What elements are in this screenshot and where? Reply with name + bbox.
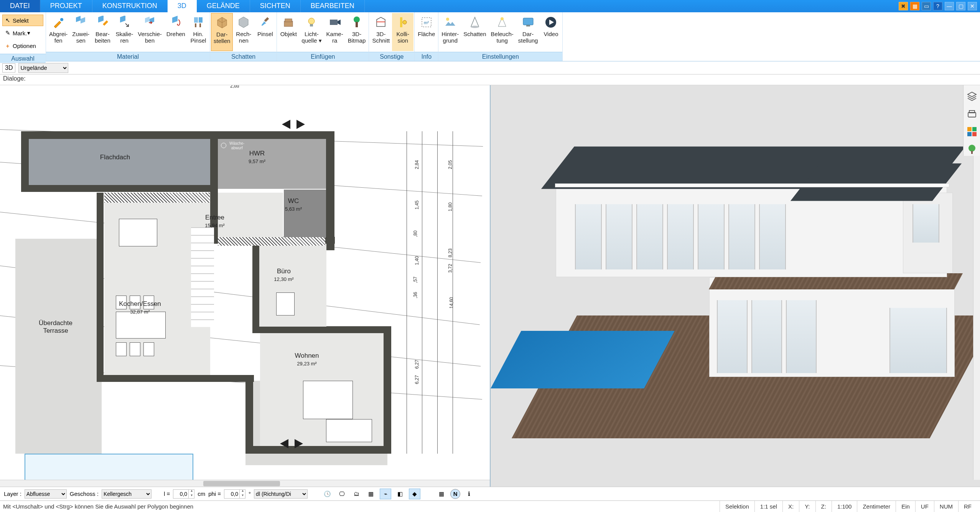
layers-icon[interactable] — [965, 90, 978, 103]
tool-label: Hinter- grund — [441, 31, 459, 44]
dim-label: 2,05 — [448, 160, 453, 169]
layers-toggle-icon[interactable]: ◧ — [394, 489, 406, 499]
menu-bearbeiten[interactable]: BEARBEITEN — [301, 0, 365, 12]
direction-select[interactable]: dl (Richtung/Di — [254, 489, 308, 499]
tree-icon[interactable] — [965, 143, 978, 156]
cursor-icon: ↖ — [4, 17, 11, 24]
tool-icon-2[interactable]: ▦ — [910, 2, 919, 10]
svg-point-16 — [354, 17, 360, 23]
svg-rect-1 — [76, 16, 81, 22]
svg-point-24 — [501, 17, 504, 20]
tool-verschieben[interactable]: Verschie- ben — [135, 13, 164, 51]
svg-rect-5 — [145, 17, 150, 23]
north-icon[interactable]: N — [450, 489, 460, 499]
menu-datei[interactable]: DATEI — [0, 0, 40, 12]
select-button[interactable]: ↖Selekt — [2, 15, 43, 26]
floorplan-viewport[interactable]: FlachdachHWR9,57 m²WC5,63 m²Entree15,94 … — [0, 85, 491, 487]
menu-sichten[interactable]: SICHTEN — [250, 0, 301, 12]
tool-kollision[interactable]: Kolli- sion — [392, 13, 413, 51]
close-icon[interactable]: ✕ — [968, 2, 977, 10]
tool-flaeche[interactable]: m²Fläche — [415, 13, 437, 51]
tool-zuweisen[interactable]: Zuwei- sen — [70, 13, 92, 51]
dim-label: 2,84 — [414, 160, 420, 169]
tool-drehen[interactable]: Drehen — [164, 13, 188, 51]
tool-lichtquelle[interactable]: Licht- quelle ▾ — [299, 13, 324, 51]
tool-icon-3[interactable]: ▭ — [922, 2, 931, 10]
tool-video[interactable]: Video — [540, 13, 562, 51]
dim-label: 14,60 — [449, 297, 454, 309]
tool-label: Fläche — [418, 31, 435, 37]
svg-point-19 — [403, 20, 407, 24]
3d-viewport[interactable] — [491, 85, 980, 487]
furniture-icon[interactable] — [965, 107, 978, 121]
tool-label: Kame- ra — [326, 31, 343, 44]
tool-3dbitmap[interactable]: 3D- Bitmap — [346, 13, 368, 51]
menu-projekt[interactable]: PROJEKT — [40, 0, 92, 12]
geschoss-select[interactable]: Kellergesch — [102, 489, 152, 499]
schatten-icon — [467, 15, 483, 30]
menu-3d[interactable]: 3D — [168, 0, 197, 12]
group-label-einstellungen: Einstellungen — [438, 52, 562, 61]
plan-h-scrollbar[interactable] — [0, 480, 490, 487]
tool-hintergrund[interactable]: Hinter- grund — [439, 13, 461, 51]
tool-bearbeiten[interactable]: Bear- beiten — [92, 13, 113, 51]
svg-point-38 — [968, 145, 975, 152]
status-z: Z: — [815, 501, 832, 512]
grid-icon[interactable]: ▦ — [436, 489, 447, 499]
overlay-icon[interactable]: ▦ — [365, 489, 377, 499]
phi-label: phi = — [208, 491, 221, 497]
color-swatch-icon[interactable] — [965, 125, 978, 138]
svg-rect-2 — [81, 17, 85, 23]
right-panel — [963, 85, 980, 156]
tool-kamera[interactable]: Kame- ra — [324, 13, 346, 51]
help-icon[interactable]: ? — [933, 2, 942, 10]
tool-label: Objekt — [280, 31, 297, 37]
plane-icon[interactable]: ◆ — [409, 489, 420, 499]
tool-skalieren[interactable]: Skalie- ren — [113, 13, 135, 51]
tool-hinpinsel[interactable]: Hin. Pinsel — [188, 13, 209, 51]
snap-icon[interactable]: ⌁ — [380, 489, 391, 499]
tool-beleuchtung[interactable]: Beleuch- tung — [489, 13, 516, 51]
status-unit: Zentimeter — [857, 501, 896, 512]
maximize-icon[interactable]: ▢ — [956, 2, 965, 10]
group-label-sonstige: Sonstige — [369, 52, 414, 61]
cm-label: cm — [198, 491, 205, 497]
tool-objekt[interactable]: Objekt — [278, 13, 299, 51]
dim-label: 1,80 — [448, 202, 453, 211]
group-label-auswahl: Auswahl — [0, 54, 46, 63]
mark-button[interactable]: ✎Mark. ▾ — [2, 27, 43, 39]
dim-label: 6,27 — [414, 375, 420, 384]
optionen-button[interactable]: +Optionen — [2, 40, 43, 51]
menu-gelaende[interactable]: GELÄNDE — [197, 0, 250, 12]
tool-icon-1[interactable]: ✖ — [899, 2, 908, 10]
svg-point-22 — [446, 18, 449, 21]
svg-rect-12 — [285, 19, 292, 22]
tool-pinsel[interactable]: Pinsel — [254, 13, 276, 51]
tool-label: Dar- stellen — [214, 31, 230, 45]
deg-label: ° — [249, 491, 251, 497]
tool-schatten[interactable]: Schatten — [461, 13, 488, 51]
view-mode[interactable]: 3D — [2, 63, 15, 73]
minimize-icon[interactable]: — — [945, 2, 954, 10]
group-label-material: Material — [46, 52, 210, 61]
dim-top: 2,uu — [230, 85, 239, 89]
surface-select[interactable]: Urgelände — [18, 63, 68, 73]
layer-select[interactable]: Abfluesse — [25, 489, 67, 499]
beleuchtung-icon — [494, 15, 510, 30]
bottom-toolbar: Layer : Abfluesse Geschoss : Kellergesch… — [0, 487, 980, 500]
tool-darstellen[interactable]: Dar- stellen — [211, 13, 233, 51]
tool-abgreifen[interactable]: Abgrei- fen — [47, 13, 70, 51]
menu-konstruktion[interactable]: KONSTRUKTION — [92, 0, 168, 12]
stack-icon[interactable]: 🗂 — [351, 489, 362, 499]
status-x: X: — [782, 501, 799, 512]
lichtquelle-icon — [304, 15, 319, 30]
tool-darstellung[interactable]: Dar- stellung — [516, 13, 540, 51]
menubar: DATEI PROJEKT KONSTRUKTION 3D GELÄNDE SI… — [0, 0, 980, 12]
info-icon[interactable]: ℹ — [463, 489, 475, 499]
skalieren-icon — [117, 15, 132, 30]
tool-rechnen[interactable]: Rech- nen — [233, 13, 254, 51]
monitor-icon[interactable]: 🖵 — [336, 489, 348, 499]
tool-3dschnitt[interactable]: 3D- Schnitt — [370, 13, 392, 51]
clock-icon[interactable]: 🕓 — [321, 489, 333, 499]
kollision-icon — [395, 15, 410, 30]
